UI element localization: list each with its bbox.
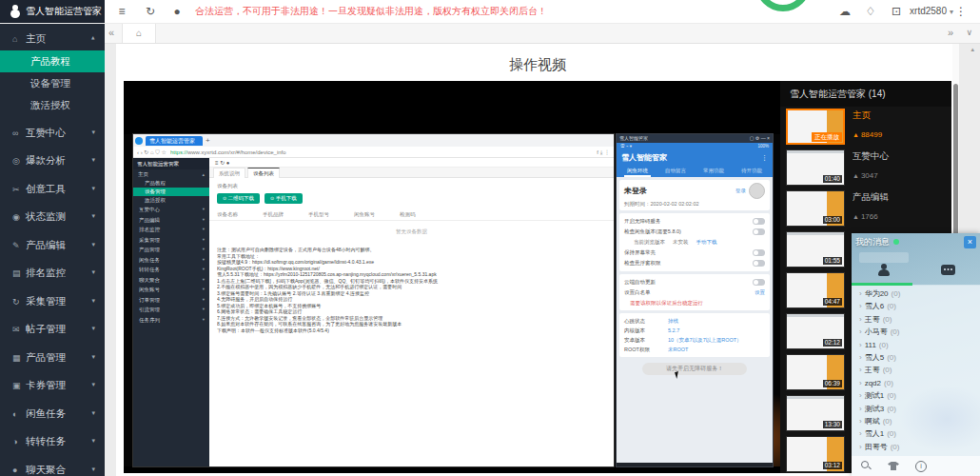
expand-arrow-icon: ›: [859, 417, 862, 426]
video-screen[interactable]: 雪人智能运营管家 + ‹ › ↻ ⌂ ⛉ ☆ https://www.xyxrt…: [124, 81, 780, 473]
contact-row[interactable]: ›测试1(0): [852, 389, 980, 402]
recorded-toolbar: ≡ ↻ ●: [209, 158, 614, 168]
tabs-expand-icon[interactable]: »: [948, 23, 953, 43]
sidebar-item-icon: ◉: [12, 205, 26, 229]
scroll-up-arrow[interactable]: ▴: [970, 46, 974, 53]
sidebar-item-label: 转转任务: [26, 435, 66, 446]
recorded-sidebar-item: 闲鱼账号: [133, 285, 209, 295]
refresh-icon[interactable]: ↻: [141, 0, 160, 23]
phone-info-card: 心跳状态掉线内核版本5.2.7安卓版本10（安卓7以及7以上需ROOT）ROOT…: [619, 313, 770, 357]
contact-row[interactable]: ›王哥(0): [852, 364, 980, 376]
phone-expire-time: 到期时间：2020-02-02 02:02:02: [624, 201, 765, 208]
messages-tab-icon[interactable]: [941, 265, 955, 275]
search-icon[interactable]: [861, 461, 872, 471]
contact-row[interactable]: ›田哥号(0): [852, 441, 980, 453]
sidebar-item[interactable]: ◎爆款分析▾: [0, 148, 105, 172]
video-thumbnail[interactable]: 01:40: [786, 149, 845, 186]
phone-info-label: ROOT权限: [624, 347, 662, 353]
phone-whitelist-action: 设置: [755, 289, 765, 296]
sidebar-item-icon: ✎: [12, 233, 26, 258]
toggle-switch: [753, 249, 765, 256]
sidebar-item[interactable]: ▤排名监控▾: [0, 260, 105, 285]
phone-tabs: 闲鱼环境自动留言常用功能待开功能: [617, 165, 773, 177]
snowman-logo-icon: [10, 5, 21, 18]
video-thumbnail[interactable]: 13:30: [786, 395, 845, 431]
app-header: 雪人智能运营管家 ≡ ↻ ● 合法运营，不可用于非法用途！一旦发现疑似非法用途，…: [0, 0, 980, 24]
tag-icon[interactable]: ♢: [861, 0, 880, 23]
recorded-sidebar-item: 任务序列: [133, 315, 209, 326]
video-frame: 雪人智能运营管家 + ‹ › ↻ ⌂ ⛉ ☆ https://www.xyxrt…: [124, 134, 780, 466]
sidebar-item[interactable]: ◐闲鱼任务▾: [0, 401, 105, 426]
contact-row[interactable]: ›111(0): [852, 339, 980, 351]
tab-home[interactable]: ⌂: [122, 23, 156, 43]
user-menu[interactable]: xrtd2580: [910, 0, 953, 23]
unread-count: (0): [892, 289, 901, 298]
tabs-collapse-icon[interactable]: «: [108, 23, 114, 43]
contact-row[interactable]: ›zqd2(0): [852, 377, 980, 389]
home-icon: ⌂: [12, 27, 26, 51]
sidebar-item[interactable]: ∞互赞中心▾: [0, 120, 105, 145]
sidebar-item[interactable]: ●聊天聚合▾: [0, 457, 105, 476]
sidebar-subitem[interactable]: 产品教程: [0, 50, 105, 72]
phone-toggle-label: 检查悬浮窗权限: [624, 260, 661, 267]
sidebar-subitem[interactable]: 激活授权: [0, 94, 105, 116]
sidebar-item[interactable]: ✂创意工具▾: [0, 176, 105, 201]
sidebar-item[interactable]: ↻采集管理▾: [0, 288, 105, 313]
recorded-notes: 注意：测试用户可自由删除绑定设备，正式用户每台设备48小时内可解绑。常用工具下载…: [209, 241, 614, 333]
contact-row[interactable]: ›小马哥(0): [852, 326, 980, 338]
phone-info-value: 未ROOT: [668, 347, 688, 353]
sidebar-item[interactable]: ▣卡券管理▾: [0, 372, 105, 397]
recorded-tabs: 系统说明设备列表: [209, 168, 614, 178]
recorded-app-title: 雪人智能运营管家: [133, 158, 209, 169]
contact-row[interactable]: ›王哥(0): [852, 313, 980, 326]
menu-toggle-icon[interactable]: ≡: [112, 0, 131, 23]
duration-badge: 04:47: [823, 298, 842, 306]
sidebar-item[interactable]: ✉帖子管理▾: [0, 316, 105, 341]
video-thumbnail[interactable]: 06:39: [786, 354, 845, 390]
theme-icon[interactable]: [888, 462, 899, 470]
contact-row[interactable]: ›测试3(0): [852, 403, 980, 415]
video-thumbnail[interactable]: 02:12: [786, 313, 845, 349]
playlist-item[interactable]: 01:40 互赞中心 3047: [780, 148, 951, 188]
contact-row[interactable]: ›雪人1(0): [852, 427, 980, 440]
sidebar-item[interactable]: ▦产品管理▾: [0, 345, 105, 369]
browser-logo-icon: [135, 137, 143, 145]
fullscreen-icon[interactable]: ⊡: [887, 0, 906, 23]
video-thumbnail[interactable]: 03:12: [786, 436, 845, 472]
tabs-down-icon[interactable]: ∨: [966, 23, 972, 43]
video-thumbnail[interactable]: 正在播放: [786, 109, 845, 145]
sidebar: ⌂主页▾ 产品教程设备管理激活授权 ∞互赞中心▾ ◎爆款分析▾ ✂创意工具▾ ◉…: [0, 23, 105, 476]
cloud-download-icon[interactable]: ☁: [835, 0, 854, 23]
contact-row[interactable]: ›华为20(0): [852, 288, 980, 300]
recorded-column-header: 手机品牌: [263, 211, 308, 218]
contact-row[interactable]: ›雪人5(0): [852, 351, 980, 364]
video-thumbnail[interactable]: 04:47: [786, 272, 845, 308]
info-icon[interactable]: i: [915, 461, 927, 472]
phone-info-value: 10（安卓7以及7以上需ROOT）: [668, 337, 742, 344]
chat-close-button[interactable]: ×: [964, 236, 976, 248]
video-thumbnail[interactable]: 01:55: [786, 231, 845, 268]
contact-name: 雪人6: [865, 302, 884, 310]
toggle-switch: [753, 228, 765, 235]
play-count-value: 1766: [861, 212, 878, 221]
scrollbar-thumb[interactable]: [953, 84, 958, 238]
contact-row[interactable]: ›啊斌(0): [852, 415, 980, 427]
sidebar-item[interactable]: ◉状态监测▾: [0, 204, 105, 228]
playlist-item-label: 互赞中心: [853, 150, 948, 163]
playlist-item[interactable]: 正在播放 主页 88499: [780, 107, 951, 148]
contact-row[interactable]: ›雪人6(0): [852, 300, 980, 312]
sidebar-item-label: 产品管理: [26, 351, 66, 363]
contacts-tab-icon[interactable]: [877, 264, 891, 276]
recorded-sidebar-item: 引流管理: [133, 305, 209, 315]
video-thumbnail[interactable]: 03:00: [786, 190, 845, 227]
contact-name: 王哥: [865, 315, 880, 324]
sidebar-subitem-label: 激活授权: [30, 99, 70, 110]
recorded-subitem-label: 设备管理: [145, 188, 166, 194]
sidebar-item[interactable]: ◑转转任务▾: [0, 428, 105, 453]
more-dots-icon[interactable]: ⋮: [951, 0, 970, 23]
playlist-item[interactable]: 03:00 产品编辑 1766: [780, 188, 951, 229]
record-icon[interactable]: ●: [167, 0, 186, 23]
sidebar-item-home[interactable]: ⌂主页▾: [0, 26, 105, 50]
sidebar-subitem[interactable]: 设备管理: [0, 72, 105, 94]
sidebar-item[interactable]: ✎产品编辑▾: [0, 232, 105, 257]
